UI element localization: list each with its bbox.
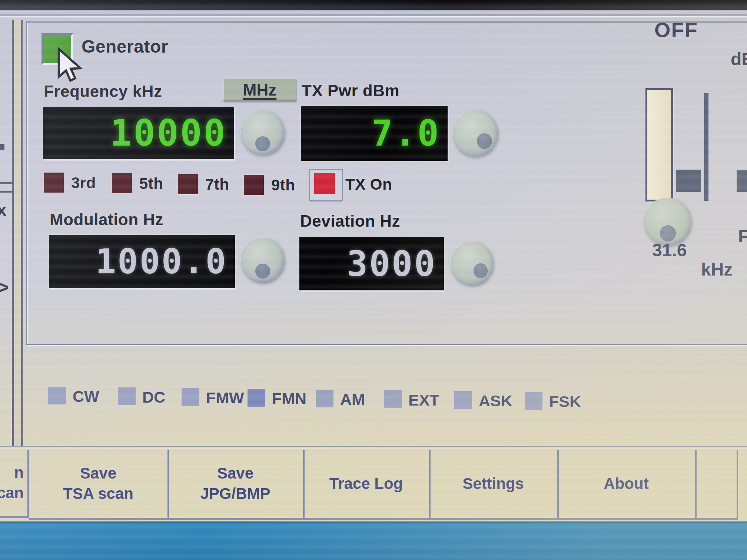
harmonic-5th-checkbox[interactable] — [112, 173, 132, 193]
app-screen: x > Generator Frequency kHz MHz TX Pwr d… — [0, 0, 747, 560]
txon-checkbox[interactable] — [314, 173, 335, 194]
save-jpg-bmp-button[interactable]: Save JPG/BMP — [167, 450, 305, 520]
mode-ask-checkbox[interactable] — [454, 391, 472, 409]
mhz-unit-button[interactable]: MHz — [223, 79, 296, 101]
mode-fmn-checkbox[interactable] — [248, 389, 265, 407]
harmonic-3rd-checkbox[interactable] — [44, 173, 64, 193]
left-edge-glyph-x: x — [0, 200, 7, 220]
txpwr-value: 7.0 — [372, 113, 448, 154]
filter-unit-label: kHz — [701, 259, 733, 280]
harmonic-7th-checkbox[interactable] — [178, 174, 198, 194]
filter-value-label: 31.6 — [652, 240, 687, 260]
mode-fsk-checkbox[interactable] — [525, 392, 542, 410]
txpwr-display: 7.0 — [301, 106, 448, 161]
mode-dc-checkbox[interactable] — [118, 387, 136, 405]
knob-dot — [660, 225, 676, 241]
f-minus-checkbox-partial[interactable] — [737, 170, 747, 192]
off-status-label: OFF — [654, 18, 698, 42]
trace-log-button[interactable]: Trace Log — [303, 450, 431, 520]
txon-label: TX On — [345, 176, 392, 193]
f-label-partial: F — [738, 226, 747, 246]
deviation-label: Deviation Hz — [300, 212, 400, 230]
left-panel-edge-line — [21, 20, 23, 446]
mode-ext-label: EXT — [408, 391, 439, 409]
generator-label: Generator — [82, 36, 168, 57]
mode-am-label: AM — [340, 390, 365, 409]
harmonic-9th-label: 9th — [271, 176, 295, 194]
slider-groove — [704, 93, 708, 201]
left-panel-stub-line — [0, 182, 13, 184]
save-tsa-scan-button[interactable]: Save TSA scan — [29, 450, 169, 520]
mode-ask-label: ASK — [479, 392, 512, 410]
mode-cw-label: CW — [73, 387, 99, 406]
frequency-knob[interactable] — [241, 110, 284, 155]
save-jpg-line2: JPG/BMP — [200, 484, 270, 504]
txpwr-label: TX Pwr dBm — [302, 81, 399, 100]
mode-fmw-checkbox[interactable] — [182, 388, 199, 406]
frequency-display: 10000 — [43, 107, 234, 159]
modulation-display: 1000.0 — [49, 235, 235, 288]
knob-dot — [255, 264, 270, 279]
save-jpg-line1: Save — [217, 463, 253, 484]
mode-fmw-label: FMW — [206, 389, 244, 407]
save-tsa-line1: Save — [80, 463, 116, 484]
taskbar-strip — [0, 521, 747, 560]
settings-button[interactable]: Settings — [429, 450, 559, 520]
mode-dc-label: DC — [142, 388, 165, 406]
db-unit-label-partial: dB — [731, 49, 747, 69]
level-vertical-slider[interactable] — [645, 88, 673, 201]
cut-right-button[interactable] — [695, 450, 738, 520]
about-button[interactable]: About — [557, 450, 697, 520]
deviation-display: 3000 — [299, 237, 444, 290]
mode-ext-checkbox[interactable] — [384, 390, 402, 408]
cut-left-button-line2: can — [0, 483, 24, 503]
f-minus-checkbox[interactable] — [676, 170, 701, 192]
cut-left-button[interactable]: n can — [0, 450, 29, 518]
cut-left-button-line1: n — [14, 463, 24, 483]
frequency-value: 10000 — [110, 112, 234, 154]
filter-knob[interactable] — [644, 198, 691, 245]
buttonbar-divider-highlight — [0, 447, 747, 449]
mode-am-checkbox[interactable] — [316, 390, 333, 407]
left-panel-edge-line — [12, 20, 14, 446]
knob-dot — [255, 136, 270, 151]
window-frame-highlight — [0, 16, 747, 17]
mode-fsk-label: FSK — [549, 393, 581, 411]
modulation-label: Modulation Hz — [50, 210, 163, 229]
mode-cw-checkbox[interactable] — [48, 387, 66, 404]
screen-top-band — [0, 0, 747, 10]
modulation-value: 1000.0 — [96, 242, 235, 281]
mode-fmn-label: FMN — [272, 390, 306, 408]
harmonic-3rd-label: 3rd — [71, 174, 96, 192]
txpwr-knob[interactable] — [453, 110, 497, 156]
knob-dot — [474, 263, 488, 278]
save-tsa-line2: TSA scan — [63, 484, 133, 504]
modulation-knob[interactable] — [241, 238, 284, 282]
deviation-value: 3000 — [347, 244, 444, 284]
left-edge-mark — [0, 144, 4, 150]
harmonic-9th-checkbox[interactable] — [244, 175, 264, 195]
mouse-cursor-icon — [56, 47, 87, 84]
frequency-label: Frequency kHz — [44, 82, 162, 101]
left-edge-glyph-chevron: > — [0, 276, 9, 299]
harmonic-7th-label: 7th — [205, 176, 229, 193]
knob-dot — [477, 133, 492, 149]
deviation-knob[interactable] — [451, 241, 493, 285]
harmonic-5th-label: 5th — [139, 175, 163, 193]
left-panel-stub-line — [0, 191, 13, 193]
